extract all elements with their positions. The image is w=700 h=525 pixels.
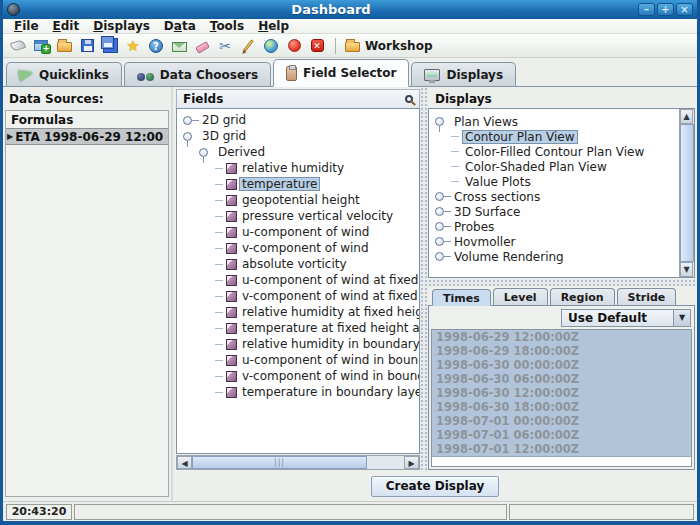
tree-node[interactable]: 3D grid [177, 128, 419, 144]
tree-node[interactable]: relative humidity at fixed height above … [177, 304, 419, 320]
create-display-button[interactable]: Create Display [371, 476, 499, 497]
workshop-button[interactable]: Workshop [345, 36, 432, 56]
titlebar[interactable]: Dashboard – + × [3, 0, 697, 19]
tree-node[interactable]: geopotential height [177, 192, 419, 208]
time-item[interactable]: 1998-06-30 12:00:00Z [432, 386, 691, 400]
tab-field-selector[interactable]: Field Selector [273, 59, 409, 87]
tab-quicklinks[interactable]: Quicklinks [6, 62, 122, 86]
tree-node[interactable]: absolute vorticity [177, 256, 419, 272]
tree-collapsed-handle-icon[interactable] [435, 222, 444, 231]
support-request-button[interactable] [170, 36, 188, 56]
globe-view-button[interactable] [262, 36, 280, 56]
scrollbar-thumb[interactable] [680, 124, 694, 262]
tree-node[interactable]: u-component of wind in boundary layer [177, 352, 419, 368]
maximize-button[interactable]: + [657, 3, 674, 16]
menu-data[interactable]: Data [157, 19, 203, 34]
tree-node[interactable]: Plan Views [429, 114, 679, 129]
edit-button[interactable] [239, 36, 257, 56]
tree-node[interactable]: Color-Filled Contour Plan View [429, 144, 679, 159]
tree-node[interactable]: v-component of wind in boundary layer [177, 368, 419, 384]
subtab-times[interactable]: Times [432, 289, 491, 306]
tree-node[interactable]: u-component of wind at fixed height abov… [177, 272, 419, 288]
save-button[interactable] [78, 36, 96, 56]
tree-expanded-handle-icon[interactable] [183, 132, 192, 141]
scroll-up-icon[interactable]: ▲ [680, 109, 693, 124]
subtab-level[interactable]: Level [493, 288, 548, 305]
exit-button[interactable] [308, 36, 326, 56]
tree-collapsed-handle-icon[interactable] [435, 192, 444, 201]
tree-node[interactable]: Color-Shaded Plan View [429, 159, 679, 174]
tree-node[interactable]: Cross sections [429, 189, 679, 204]
tree-node[interactable]: v-component of wind [177, 240, 419, 256]
new-display-window-button[interactable] [32, 36, 50, 56]
scroll-left-icon[interactable]: ◀ [177, 456, 192, 469]
eraser-button[interactable] [193, 36, 211, 56]
tree-node[interactable]: Probes [429, 219, 679, 234]
menu-displays[interactable]: Displays [86, 19, 157, 34]
favorites-star-button[interactable] [124, 36, 142, 56]
time-item[interactable]: 1998-07-01 06:00:00Z [432, 428, 691, 442]
data-source-item[interactable]: Formulas [6, 111, 168, 128]
tree-node[interactable]: 2D grid [177, 112, 419, 128]
search-icon[interactable] [405, 95, 413, 103]
tree-node[interactable]: 3D Surface [429, 204, 679, 219]
scroll-right-icon[interactable]: ▶ [404, 456, 419, 469]
vertical-splitter[interactable] [420, 87, 428, 472]
tree-node[interactable]: Derived [177, 144, 419, 160]
tree-node[interactable]: v-component of wind at fixed height abov… [177, 288, 419, 304]
tree-node-label: pressure vertical velocity [239, 209, 396, 223]
menu-help[interactable]: Help [251, 19, 296, 34]
cut-button[interactable] [216, 36, 234, 56]
displays-vertical-scrollbar[interactable]: ▲ ▼ [679, 109, 694, 277]
displays-tree[interactable]: Plan ViewsContour Plan ViewColor-Filled … [429, 109, 679, 277]
time-item[interactable]: 1998-06-30 00:00:00Z [432, 358, 691, 372]
tree-node[interactable]: Hovmoller [429, 234, 679, 249]
show-dashboard-button[interactable] [9, 36, 27, 56]
menu-file[interactable]: File [7, 19, 46, 34]
help-button[interactable] [147, 36, 165, 56]
chevron-down-icon[interactable]: ▼ [673, 310, 690, 326]
tree-node[interactable]: Volume Rendering [429, 249, 679, 264]
close-button[interactable]: × [676, 3, 693, 16]
tree-node[interactable]: pressure vertical velocity [177, 208, 419, 224]
horizontal-splitter[interactable] [428, 279, 695, 286]
times-list[interactable]: 1998-06-29 12:00:00Z1998-06-29 18:00:00Z… [432, 330, 691, 457]
time-item[interactable]: 1998-07-01 00:00:00Z [432, 414, 691, 428]
scrollbar-thumb[interactable]: ||| [192, 456, 367, 469]
stop-loads-button[interactable] [285, 36, 303, 56]
tree-node[interactable]: Contour Plan View [429, 129, 679, 144]
subtab-region[interactable]: Region [550, 288, 615, 305]
tree-expanded-handle-icon[interactable] [435, 117, 444, 126]
menu-edit[interactable]: Edit [46, 19, 87, 34]
tree-node[interactable]: temperature in boundary layer [177, 384, 419, 400]
menu-tools[interactable]: Tools [203, 19, 251, 34]
time-driver-combo[interactable]: Use Default ▼ [561, 309, 691, 327]
time-item[interactable]: 1998-07-01 12:00:00Z [432, 442, 691, 456]
tree-node[interactable]: Value Plots [429, 174, 679, 189]
minimize-button[interactable]: – [638, 3, 655, 16]
tree-collapsed-handle-icon[interactable] [435, 252, 444, 261]
save-as-button[interactable] [101, 36, 119, 56]
tab-displays[interactable]: Displays [411, 62, 516, 86]
fields-horizontal-scrollbar[interactable]: ◀ ||| ▶ [176, 455, 420, 470]
tree-node[interactable]: temperature at fixed height above ground [177, 320, 419, 336]
subtab-stride[interactable]: Stride [617, 288, 677, 305]
time-item[interactable]: 1998-06-30 06:00:00Z [432, 372, 691, 386]
tree-node[interactable]: relative humidity in boundary layer [177, 336, 419, 352]
tree-collapsed-handle-icon[interactable] [435, 207, 444, 216]
time-item[interactable]: 1998-06-29 12:00:00Z [432, 330, 691, 344]
time-item[interactable]: 1998-06-29 18:00:00Z [432, 344, 691, 358]
tree-expanded-handle-icon[interactable] [199, 148, 208, 157]
data-sources-list[interactable]: Formulas▶ETA 1998-06-29 12:00 GMT [5, 110, 169, 497]
tree-node[interactable]: relative humidity [177, 160, 419, 176]
time-item[interactable]: 1998-06-30 18:00:00Z [432, 400, 691, 414]
fields-tree[interactable]: 2D grid3D gridDerivedrelative humidityte… [176, 108, 420, 454]
tree-node[interactable]: u-component of wind [177, 224, 419, 240]
tree-collapsed-handle-icon[interactable] [435, 237, 444, 246]
tab-data-choosers[interactable]: Data Choosers [124, 62, 271, 86]
tree-node[interactable]: temperature [177, 176, 419, 192]
scroll-down-icon[interactable]: ▼ [680, 262, 693, 277]
data-source-item[interactable]: ▶ETA 1998-06-29 12:00 GMT [6, 128, 168, 145]
tree-collapsed-handle-icon[interactable] [183, 116, 192, 125]
folder-button[interactable] [55, 36, 73, 56]
